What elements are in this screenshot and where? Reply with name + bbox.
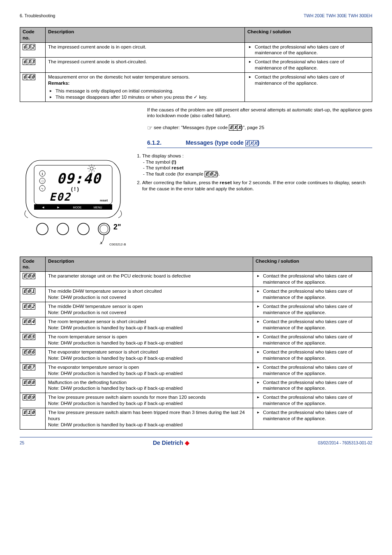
remark-item: This message is only displayed on initia… (48, 88, 242, 94)
table-row: E10The low pressure pressure switch alar… (20, 408, 372, 430)
table-row: E08Malfunction on the defrosting functio… (20, 378, 372, 393)
solution-text: Contact the professional who takes care … (247, 74, 369, 86)
header-left: 6. Troubleshooting (20, 13, 55, 19)
svg-point-27 (57, 223, 69, 235)
solution-text: Contact the professional who takes care … (256, 349, 369, 361)
solution-text: Contact the professional who takes care … (256, 394, 369, 407)
display-panel-icon: 🌡 ⚪ ∿ 09:40 (‎ ! ) E02 reset ◄ ► MODE ME… (20, 153, 127, 247)
table-row: 632 The impressed current anode is in op… (20, 42, 372, 58)
code-display: 632 (23, 44, 35, 50)
desc-cell: The middle DHW temperature sensor is sho… (46, 287, 253, 302)
table-row: E04The room temperature sensor is short … (20, 317, 372, 333)
svg-text:(‎ ! ): (‎ ! ) (71, 186, 79, 192)
solution-text: Contact the professional who takes care … (256, 303, 369, 316)
svg-text:🌡: 🌡 (41, 172, 44, 175)
table-row: E07The evaporator temperature sensor is … (20, 363, 372, 378)
table-row: E00The parameter storage unit on the PCU… (20, 272, 372, 287)
th-check: Checking / solution (253, 257, 372, 272)
desc-cell: The parameter storage unit on the PCU el… (46, 272, 253, 287)
remark-item: This message disappears after 10 minutes… (48, 94, 242, 100)
svg-text:∿: ∿ (41, 187, 44, 190)
mid-text-block: If the causes of the problem are still p… (147, 107, 372, 148)
svg-text:E02: E02 (49, 191, 71, 203)
svg-text:MENU: MENU (94, 206, 102, 209)
table-row: 640 Measurement error on the domestic ho… (20, 73, 372, 102)
desc-cell: Malfunction on the defrosting functionNo… (46, 378, 253, 393)
svg-text:2": 2" (113, 223, 121, 231)
table-row: 633 The impressed current anode is short… (20, 58, 372, 73)
desc-cell: The impressed current anode is in open c… (46, 42, 245, 58)
th-desc: Description (46, 27, 245, 42)
solution-text: Contact the professional who takes care … (247, 44, 369, 56)
svg-text:►: ► (57, 206, 60, 209)
section-6-1-2-heading: 6.1.2. Messages (type code EXX) (147, 139, 372, 148)
svg-point-28 (78, 223, 89, 235)
solution-text: Contact the professional who takes care … (256, 409, 369, 422)
code-display: E01 (23, 288, 35, 294)
diamond-icon: ◆ (185, 439, 189, 446)
code-display: 633 (23, 59, 35, 65)
table-row: E05The room temperature sensor is openNo… (20, 332, 372, 347)
svg-text:◄: ◄ (42, 206, 45, 209)
code-display: E04 (23, 319, 35, 325)
code-display: E10 (23, 409, 35, 416)
table-row: E06The evaporator temperature sensor is … (20, 347, 372, 363)
desc-cell: The room temperature sensor is short cir… (46, 317, 253, 333)
svg-text:C003212-B: C003212-B (109, 243, 126, 246)
brand-logo: De Dietrich ◆ (153, 439, 189, 446)
table-row: E09The low pressure pressure switch alar… (20, 393, 372, 408)
solution-text: Contact the professional who takes care … (247, 59, 369, 71)
table-row: E02The middle DHW temperature sensor is … (20, 302, 372, 317)
svg-point-30 (100, 225, 108, 233)
desc-cell: Measurement error on the domestic hot wa… (46, 73, 245, 102)
display-steps: The display shows : - The symbol (!) - T… (135, 153, 372, 192)
desc-cell: The evaporator temperature sensor is ope… (46, 363, 253, 378)
th-code: Code no. (20, 27, 46, 42)
device-diagram: 🌡 ⚪ ∿ 09:40 (‎ ! ) E02 reset ◄ ► MODE ME… (20, 153, 127, 249)
code-display: E00 (23, 273, 35, 279)
code-display: E08 (23, 379, 35, 386)
table-codes-1: Code no. Description Checking / solution… (20, 27, 372, 102)
desc-cell: The low pressure pressure switch alarm h… (46, 408, 253, 430)
solution-text: Contact the professional who takes care … (256, 319, 369, 331)
desc-cell: The impressed current anode is short-cir… (46, 58, 245, 73)
svg-text:MODE: MODE (73, 206, 82, 209)
svg-point-26 (37, 223, 48, 235)
desc-cell: The low pressure pressure switch alarm s… (46, 393, 253, 408)
code-display: E06 (23, 349, 35, 355)
hand-pointer-icon: ☞ (147, 124, 152, 131)
table-codes-2: Code no. Description Checking / solution… (20, 257, 372, 430)
solution-text: Contact the professional who takes care … (256, 334, 369, 346)
svg-text:reset: reset (100, 199, 108, 202)
svg-text:09:40: 09:40 (57, 170, 102, 187)
code-display: E07 (23, 364, 35, 370)
solution-text: Contact the professional who takes care … (256, 273, 369, 285)
list-item: The display shows : - The symbol (!) - T… (142, 153, 372, 178)
desc-cell: The room temperature sensor is openNote:… (46, 332, 253, 347)
page-header: 6. Troubleshooting TWH 200E TWH 300E TWH… (20, 13, 372, 19)
solution-text: Contact the professional who takes care … (256, 364, 369, 377)
list-item: After correcting the failure, press the … (142, 180, 372, 192)
code-display: E05 (23, 334, 35, 340)
see-chapter: ☞ see chapter: "Messages (type code EXX)… (147, 124, 372, 132)
code-display: 640 (23, 74, 35, 80)
desc-cell: The evaporator temperature sensor is sho… (46, 347, 253, 363)
code-display: E02 (23, 303, 35, 310)
svg-text:⚪: ⚪ (41, 179, 44, 183)
solution-text: Contact the professional who takes care … (256, 288, 369, 301)
desc-cell: The middle DHW temperature sensor is ope… (46, 302, 253, 317)
th-check: Checking / solution (245, 27, 372, 42)
solution-text: Contact the professional who takes care … (256, 379, 369, 392)
page-footer: 25 De Dietrich ◆ 03/02/2014 - 7605313-00… (20, 437, 372, 446)
table-row: E01The middle DHW temperature sensor is … (20, 287, 372, 302)
doc-number: 03/02/2014 - 7605313-001-02 (318, 440, 372, 446)
th-desc: Description (46, 257, 253, 272)
page-number: 25 (20, 440, 24, 446)
failure-note: If the causes of the problem are still p… (147, 107, 372, 119)
th-code: Code no. (20, 257, 46, 272)
code-display: E09 (23, 394, 35, 400)
header-right: TWH 200E TWH 300E TWH 300EH (304, 13, 372, 19)
